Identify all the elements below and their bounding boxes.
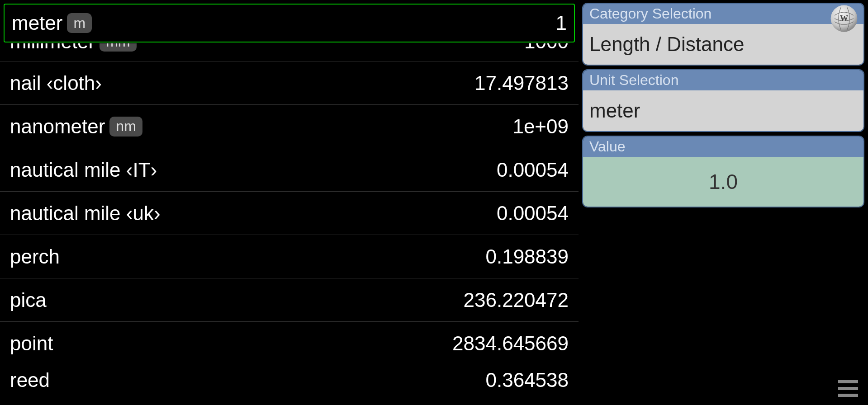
unit-header: Unit Selection [583,70,863,90]
category-value: Length / Distance [589,33,744,55]
selected-unit-label: meter m [12,12,92,34]
unit-row-name: point [10,332,53,355]
controls-panel: Category Selection W Lengt [579,0,868,405]
unit-row-label: nautical mile ‹uk› [10,202,161,225]
conversion-list-panel: meter m 1 millimetermm1000nail ‹cloth›17… [0,0,579,405]
unit-list[interactable]: millimetermm1000nail ‹cloth›17.497813nan… [0,43,579,405]
unit-row[interactable]: nail ‹cloth›17.497813 [0,61,579,105]
unit-row-name: nail ‹cloth› [10,72,102,94]
value-header: Value [583,137,863,157]
unit-row-value: 0.364538 [485,369,569,391]
unit-row-label: nautical mile ‹IT› [10,159,157,181]
selected-unit-symbol: m [67,13,92,33]
unit-row-label: millimetermm [10,43,137,61]
unit-row-value: 1000 [524,43,569,53]
unit-row-value: 0.00054 [497,159,569,181]
unit-row-name: perch [10,245,60,268]
unit-row-label: nanometernm [10,115,142,138]
unit-row[interactable]: reed0.364538 [0,365,579,391]
value-input[interactable]: 1.0 [583,157,863,207]
unit-row-name: nautical mile ‹uk› [10,202,161,225]
unit-row-value: 236.220472 [464,289,569,311]
unit-row-label: pica [10,289,47,311]
unit-label: Unit Selection [589,72,678,88]
unit-row-label: reed [10,365,50,388]
unit-row-symbol: mm [100,43,136,52]
unit-row-value: 1e+09 [512,115,569,138]
selected-unit-name: meter [12,12,62,34]
unit-value: meter [589,99,640,122]
category-section: Category Selection W Lengt [582,3,864,66]
category-selector[interactable]: Length / Distance [583,24,863,65]
selected-unit-row[interactable]: meter m 1 [4,4,575,42]
unit-row-name: nautical mile ‹IT› [10,159,157,181]
unit-row[interactable]: nanometernm1e+09 [0,105,579,148]
wikipedia-icon[interactable]: W [828,3,860,34]
unit-row[interactable]: pica236.220472 [0,278,579,322]
unit-row-name: nanometer [10,115,105,138]
value-section: Value 1.0 [582,136,864,207]
unit-row-name: reed [10,369,50,391]
value-label: Value [589,138,625,155]
unit-row-label: perch [10,245,60,268]
unit-row[interactable]: millimetermm1000 [0,43,579,61]
unit-selector[interactable]: meter [583,90,863,131]
unit-row-value: 0.198839 [485,245,569,268]
unit-row[interactable]: perch0.198839 [0,235,579,278]
unit-row-value: 0.00054 [497,202,569,225]
category-header: Category Selection W [583,4,863,24]
menu-icon[interactable] [838,380,858,397]
category-label: Category Selection [589,5,711,22]
unit-row-value: 17.497813 [474,72,569,94]
unit-row[interactable]: nautical mile ‹uk›0.00054 [0,192,579,235]
unit-row[interactable]: point2834.645669 [0,322,579,365]
unit-row[interactable]: nautical mile ‹IT›0.00054 [0,148,579,192]
unit-row-name: pica [10,289,47,311]
unit-row-label: nail ‹cloth› [10,72,102,94]
unit-row-value: 2834.645669 [452,332,569,355]
svg-text:W: W [840,14,848,23]
unit-section: Unit Selection meter [582,69,864,132]
selected-unit-value: 1 [556,12,567,34]
unit-row-label: point [10,332,53,355]
value-display: 1.0 [709,170,738,193]
unit-row-name: millimeter [10,43,95,53]
unit-row-symbol: nm [109,117,142,137]
